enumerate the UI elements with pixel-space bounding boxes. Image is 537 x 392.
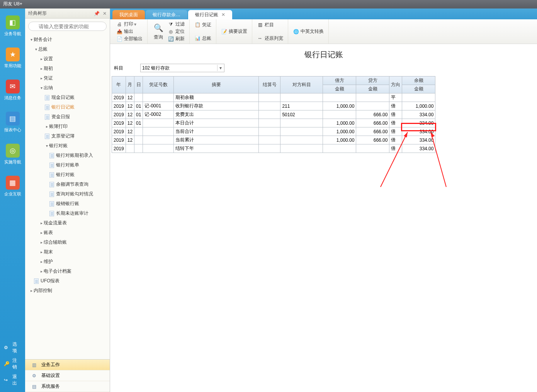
filter-button[interactable]: ⧩过滤 — [166, 20, 186, 28]
tree-bank-recon[interactable]: ▾银行对账 — [25, 142, 110, 150]
table-row[interactable]: 201912当前累计1,000.00666.00借334.00 — [112, 136, 435, 144]
nav-biz[interactable]: ◧业务导航 — [4, 15, 21, 37]
tree-bank-recon-open[interactable]: 银行对账期初录入 — [25, 151, 110, 160]
doc-icon — [45, 95, 49, 100]
tree-cashflow[interactable]: ▸现金流量表 — [25, 219, 110, 227]
close-icon[interactable]: ✕ — [221, 12, 225, 17]
key-icon: 🔑 — [4, 361, 10, 367]
tree-gl[interactable]: ▾总账 — [25, 45, 110, 53]
col-credit[interactable]: 贷方 — [356, 76, 389, 85]
col-oppacct[interactable]: 对方科目 — [280, 76, 323, 93]
doc-icon — [49, 201, 54, 207]
refresh-button[interactable]: 🔄刷新 — [166, 35, 186, 42]
nav-report[interactable]: ▤报表中心 — [4, 112, 21, 133]
col-debit-amount[interactable]: 金额 — [323, 85, 356, 93]
col-summary[interactable]: 摘要 — [174, 76, 259, 93]
tree-bank-stmt[interactable]: 银行对账单 — [25, 161, 110, 169]
export-button[interactable]: 📤输出 — [115, 28, 144, 35]
col-settleno[interactable]: 结算号 — [259, 76, 280, 93]
tree-book-print[interactable]: ▸账簿打印 — [25, 122, 110, 131]
doc-icon — [45, 105, 49, 110]
table-row[interactable]: 2019结转下年借334.00 — [112, 144, 435, 153]
tree-recon-match[interactable]: 查询对账勾对情况 — [25, 190, 110, 198]
printer-icon: 🖨 — [116, 21, 122, 27]
tree-aux-books[interactable]: ▸综合辅助账 — [25, 238, 110, 246]
table-row[interactable]: 20191201记-0002党费支出50102666.00借334.00 — [112, 110, 435, 119]
columns-button[interactable]: ▥栏目 — [255, 21, 285, 29]
col-balance[interactable]: 余额 — [402, 76, 435, 85]
tree-title: 经典树形 — [28, 10, 47, 17]
subject-combo[interactable]: 102 银行存款 ▾ — [140, 64, 224, 72]
tab-bank-journal[interactable]: 银行日记账✕ — [188, 10, 232, 19]
nav-fav[interactable]: ★常用功能 — [4, 48, 21, 69]
bottom-tab-basic[interactable]: ⚙基础设置 — [25, 370, 110, 381]
tree-reports[interactable]: ▸账表 — [25, 229, 110, 237]
pin-icon[interactable]: 📌 — [94, 11, 100, 16]
table-row[interactable]: 201912当前合计1,000.00666.00借334.00 — [112, 127, 435, 136]
restore-icon: ↔ — [257, 35, 263, 41]
tab-desktop[interactable]: 我的桌面 — [112, 10, 145, 19]
options-button[interactable]: ⚙选项 — [0, 339, 25, 356]
search-input[interactable] — [28, 22, 107, 31]
doc-icon — [49, 172, 54, 178]
nav-impl[interactable]: ◎实施导航 — [4, 144, 21, 165]
tree-cheque-reg[interactable]: 支票登记簿 — [25, 132, 110, 140]
tree-bank-recon2[interactable]: 银行对账 — [25, 171, 110, 179]
col-day[interactable]: 日 — [134, 76, 143, 93]
print-button[interactable]: 🖨打印▾ — [115, 20, 144, 28]
exportall-button[interactable]: 📄全部输出 — [115, 35, 144, 42]
tree-finance[interactable]: ▾财务会计 — [25, 36, 110, 44]
restorewidth-button[interactable]: ↔还原列宽 — [255, 35, 285, 42]
tree-fund-daily[interactable]: 资金日报 — [25, 113, 110, 121]
col-credit-amount[interactable]: 金额 — [356, 85, 389, 93]
tree-voucher[interactable]: ▸凭证 — [25, 74, 110, 82]
summaryset-button[interactable]: 📝摘要设置 — [219, 28, 249, 35]
summary-icon: 📝 — [221, 29, 227, 35]
tree-outstanding-audit[interactable]: 长期未达账审计 — [25, 209, 110, 217]
tree-ufo[interactable]: UFO报表 — [25, 277, 110, 285]
col-dir[interactable]: 方向 — [389, 76, 402, 93]
tree-cashier[interactable]: ▾出纳 — [25, 84, 110, 92]
tree-setup[interactable]: ▸设置 — [25, 55, 110, 63]
query-button[interactable]: 🔍查询 — [151, 22, 166, 41]
col-voucher[interactable]: 凭证号数 — [143, 76, 174, 93]
tree-bal-adj[interactable]: 余额调节表查询 — [25, 180, 110, 188]
nav-msg[interactable]: ✉消息任务 — [4, 80, 21, 101]
export-icon: 📤 — [116, 29, 122, 35]
doc-icon — [34, 278, 39, 284]
tree-earchive[interactable]: ▸电子会计档案 — [25, 267, 110, 275]
tree-writeoff-bank[interactable]: 核销银行账 — [25, 200, 110, 208]
tree-maint[interactable]: ▸维护 — [25, 258, 110, 266]
tree-cash-journal[interactable]: 现金日记账 — [25, 93, 110, 102]
exit-button[interactable]: ↪退出 — [0, 372, 25, 388]
document-tabs: 我的桌面 银行存款余… 银行日记账✕ — [110, 8, 537, 19]
nav-link[interactable]: ▦企业互联 — [4, 176, 21, 197]
tree-period-end[interactable]: ▸期末 — [25, 248, 110, 256]
gear-icon: ⚙ — [4, 345, 10, 350]
locate-button[interactable]: ◎定位 — [166, 28, 186, 35]
exit-icon: ↪ — [4, 377, 10, 383]
doc-icon — [49, 182, 54, 187]
voucher-button[interactable]: 📋凭证 — [193, 21, 213, 29]
tree-bank-journal[interactable]: 银行日记账 — [25, 103, 110, 111]
tree-internal-control[interactable]: ▸内部控制 — [25, 287, 110, 295]
col-debit[interactable]: 借方 — [323, 76, 356, 85]
title-bar: 用友 U8+ — [0, 0, 537, 8]
col-balance-amount[interactable]: 金额 — [402, 85, 435, 93]
translate-button[interactable]: 🌐中英文转换 — [291, 28, 325, 35]
voucher-icon: 📋 — [194, 22, 201, 28]
bottom-tab-biz[interactable]: ▥业务工作 — [25, 360, 110, 370]
doc-icon — [49, 153, 54, 158]
col-year[interactable]: 年 — [112, 76, 126, 93]
tab-bank-balance[interactable]: 银行存款余… — [146, 10, 187, 19]
table-row[interactable]: 20191201本日合计1,000.00666.00借334.00 — [112, 119, 435, 127]
tree-open[interactable]: ▸期初 — [25, 64, 110, 73]
close-icon[interactable]: ✕ — [103, 11, 107, 16]
logout-button[interactable]: 🔑注销 — [0, 356, 25, 372]
ledger-button[interactable]: 📊总账 — [193, 35, 213, 42]
doc-icon: ▥ — [32, 362, 36, 368]
table-row[interactable]: 20191201记-0001收到银行存款2111,000.00借1,000.00 — [112, 102, 435, 110]
table-row[interactable]: 201912期初余额平 — [112, 93, 435, 102]
col-month[interactable]: 月 — [126, 76, 134, 93]
bottom-tab-sys[interactable]: ▤系统服务 — [25, 381, 110, 392]
